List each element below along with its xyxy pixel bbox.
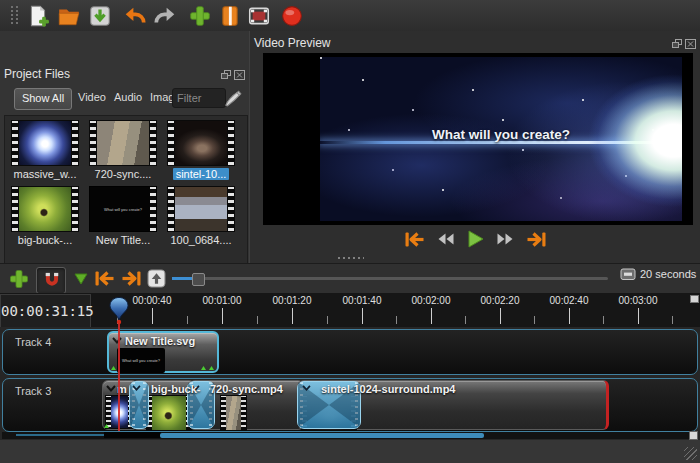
track-name: Track 4 [15,336,51,348]
filter-audio-button[interactable]: Audio [114,91,142,103]
clip-label: sintel-1024-surround.mp4 [321,383,455,395]
close-panel-icon[interactable] [234,70,245,80]
ruler-minor-tick [327,316,328,324]
list-item[interactable]: big-buck-... [7,186,83,246]
chevron-down-icon[interactable] [302,385,311,391]
import-files-icon[interactable] [188,4,212,28]
keyframe-marker [111,366,116,370]
redo-icon[interactable] [153,4,177,28]
chevron-down-icon[interactable] [112,337,122,344]
filter-input[interactable] [172,88,226,108]
timeline-ruler-row: 00:00:31:15 00:00:40 00:01:00 00:01:20 0… [0,293,700,328]
openshot-window: Project Files Show All Video Audio Image… [0,0,700,463]
keyframe-marker [201,366,206,370]
ruler-minor-tick [603,316,604,324]
status-bar [0,440,700,463]
export-video-icon[interactable] [280,4,304,28]
zoom-scale-icon [620,268,636,281]
list-item[interactable]: 720-sync.... [85,120,161,180]
undo-icon[interactable] [123,4,147,28]
file-thumbnail [167,186,235,232]
clip-label: New Title.svg [125,335,195,347]
clear-filter-brush-icon[interactable] [223,88,243,108]
playhead-timecode: 00:00:31:15 [0,294,91,328]
ruler-minor-tick [396,316,397,324]
jump-to-end-button[interactable] [526,231,547,248]
vertical-scrollbar-top[interactable] [690,295,699,303]
file-label: big-buck-... [7,234,83,246]
razor-icon[interactable] [218,4,242,28]
new-project-icon[interactable] [26,4,50,28]
clip-thumbnail: What will you create? [117,348,165,373]
timeline-horizontal-scrollbar[interactable] [2,432,698,439]
vertical-scrollbar-bottom[interactable] [689,431,698,440]
jump-to-start-button[interactable] [404,231,425,248]
filter-video-button[interactable]: Video [78,91,106,103]
file-thumbnail: What will you create? [89,186,157,232]
filter-show-all-button[interactable]: Show All [14,88,72,110]
snapping-toggle-button[interactable] [36,267,66,294]
file-label: massive_w... [7,168,83,180]
stars-decoration [320,57,322,59]
rewind-button[interactable] [436,232,455,246]
file-thumbnail [11,186,79,232]
chevron-down-icon[interactable] [132,385,141,391]
clip-label: 720-sync.mp4 [210,383,283,395]
scrollbar-track-line [16,434,106,436]
ruler-minor-tick [465,316,466,324]
video-overlay-text: What will you create? [320,127,682,142]
add-marker-icon[interactable] [73,272,89,286]
save-project-icon[interactable] [88,4,112,28]
video-preview-display: What will you create? [263,53,693,225]
video-preview-title: Video Preview [254,36,331,50]
project-files-panel: Project Files Show All Video Audio Image… [0,31,250,263]
track-name: Track 3 [15,385,51,397]
previous-marker-icon[interactable] [94,270,115,287]
zoom-slider-handle[interactable] [192,273,205,286]
clip-label: big-buck- [151,383,201,395]
ruler-minor-tick [534,316,535,324]
scrollbar-thumb[interactable] [160,433,484,438]
fast-forward-button[interactable] [496,232,515,246]
file-thumbnail [167,120,235,166]
video-frame: What will you create? [320,57,682,221]
clip-thumbnail [220,395,247,431]
main-toolbar [0,0,700,32]
choose-profile-icon[interactable] [247,4,271,28]
transition-1[interactable] [129,381,149,429]
clip-new-title[interactable]: New Title.svg What will you create? [107,331,219,373]
playback-controls [250,227,700,251]
play-button[interactable] [466,229,485,249]
list-item[interactable]: 100_0684.... [163,186,239,246]
window-resize-grip[interactable] [684,447,697,460]
zoom-level-label: 20 seconds [640,268,696,280]
playhead-marker[interactable] [108,296,130,325]
ruler-minor-tick [187,316,188,324]
close-panel-icon[interactable] [685,39,696,49]
add-track-icon[interactable] [8,268,30,290]
project-files-list: massive_w... 720-sync.... sintel-10... b… [4,115,248,266]
file-label: sintel-10... [163,168,239,180]
open-project-icon[interactable] [57,4,81,28]
timeline-ruler[interactable]: 00:00:40 00:01:00 00:01:20 00:01:40 00:0… [90,293,700,327]
clip-thumbnail [146,395,192,431]
file-thumbnail [89,120,157,166]
file-label: New Title... [85,234,161,246]
ruler-minor-tick [257,316,258,324]
track-3-row: Track 3 m big-buck- 720-sync.mp4 sintel-… [2,378,698,432]
toolbar-grip-handle[interactable] [10,6,19,25]
track-4-row: Track 4 New Title.svg What will you crea… [2,329,698,375]
horizontal-splitter-handle[interactable] [338,256,364,260]
list-item[interactable]: What will you create? New Title... [85,186,161,246]
timeline-zoom-slider[interactable] [172,277,608,280]
undock-panel-icon[interactable] [672,39,683,49]
list-item[interactable]: massive_w... [7,120,83,180]
center-playhead-icon[interactable] [147,269,166,288]
next-marker-icon[interactable] [121,270,142,287]
file-label: 720-sync.... [85,168,161,180]
chevron-down-icon[interactable] [106,385,116,392]
file-label: 100_0684.... [163,234,239,246]
list-item-selected[interactable]: sintel-10... [163,120,239,180]
undock-panel-icon[interactable] [221,70,232,80]
project-files-title: Project Files [4,67,70,81]
